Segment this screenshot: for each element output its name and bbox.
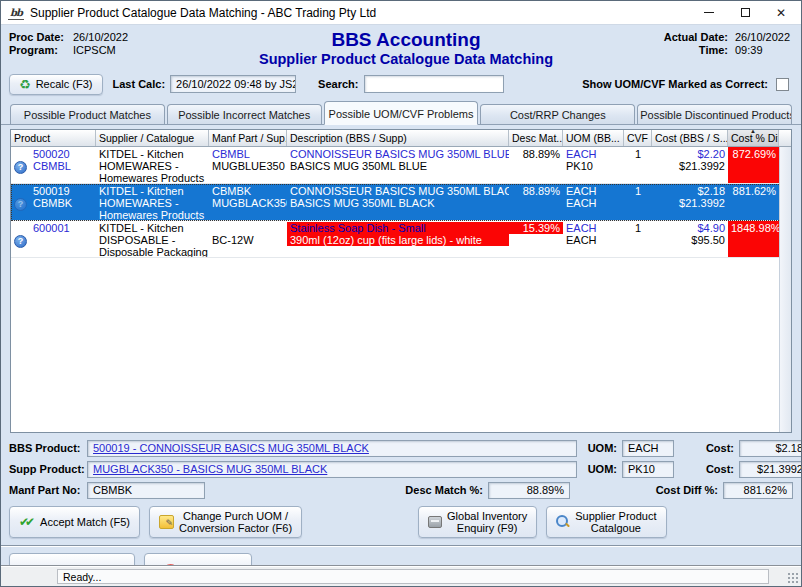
- maximize-icon: [741, 8, 750, 17]
- manf-part-label: Manf Part No:: [9, 484, 87, 496]
- app-logo-icon: bb: [8, 5, 24, 20]
- column-header-manf-part-sup[interactable]: Manf Part / Sup...: [209, 130, 287, 146]
- global-inventory-label-line2: Enquiry (F9): [457, 522, 518, 534]
- bbs-product-link[interactable]: 500019 - CONNOISSEUR BASICS MUG 350ML BL…: [93, 442, 369, 454]
- supplier-catalogue-label-line1: Supplier Product: [575, 510, 656, 522]
- status-bar: Ready...: [1, 565, 801, 586]
- double-check-icon: ✔✔: [19, 516, 31, 528]
- desc-match-label: Desc Match %:: [405, 484, 483, 496]
- change-purch-label-line2: Conversion Factor (F6): [179, 522, 292, 534]
- last-calc-label: Last Calc:: [113, 78, 166, 90]
- question-icon: ?: [14, 235, 27, 248]
- supp-product-label: Supp Product:: [9, 463, 87, 475]
- supplier-catalogue-button[interactable]: Supplier Product Catalgoue: [546, 506, 666, 538]
- search-input[interactable]: [364, 75, 504, 93]
- bbs-cost-label: Cost:: [674, 442, 734, 454]
- column-header-cvf[interactable]: CVF: [624, 130, 652, 146]
- tab-possible-uom-cvf-problems[interactable]: Possible UOM/CVF Problems: [324, 101, 479, 125]
- accept-match-button[interactable]: ✔✔ Accept Match (F5): [9, 506, 140, 538]
- show-uom-label: Show UOM/CVF Marked as Correct:: [582, 78, 768, 90]
- desc-match-field: 88.89%: [488, 482, 570, 499]
- app-window: bb Supplier Product Catalogue Data Match…: [0, 0, 802, 587]
- tab-possible-product-matches[interactable]: Possible Product Matches: [10, 104, 165, 124]
- global-inventory-label-line1: Global Inventory: [447, 510, 527, 522]
- edit-note-icon: ✎: [159, 515, 174, 529]
- window-close-button[interactable]: ✕: [763, 1, 799, 24]
- bbs-uom-label: UOM:: [577, 442, 617, 454]
- last-calc-field: 26/10/2022 09:48 by JS2: [170, 75, 296, 93]
- manf-part-field: CBMBK: [87, 482, 205, 499]
- accept-match-label: Accept Match (F5): [40, 516, 130, 528]
- info-header: Proc Date: 26/10/2022 Program: ICPSCM BB…: [1, 25, 801, 67]
- column-header-uom-bb[interactable]: UOM (BB...: [563, 130, 624, 146]
- column-header-desc-mat[interactable]: Desc Mat...: [509, 130, 563, 146]
- minimize-icon: [704, 12, 714, 13]
- tab-cost-rrp-changes[interactable]: Cost/RRP Changes: [480, 104, 635, 124]
- supp-uom-field: PK10: [622, 461, 674, 478]
- app-title: BBS Accounting: [224, 30, 588, 50]
- inventory-icon: [428, 516, 442, 528]
- supp-product-field: MUGBLACK350 - BASICS MUG 350ML BLACK: [87, 461, 577, 478]
- title-bar: bb Supplier Product Catalogue Data Match…: [1, 1, 801, 25]
- proc-date-value: 26/10/2022: [73, 31, 128, 43]
- program-value: ICPSCM: [73, 44, 116, 56]
- supp-cost-label: Cost:: [674, 463, 734, 475]
- table-row[interactable]: ?500020CBMBLKITDEL - KitchenHOMEWARES -H…: [11, 147, 791, 184]
- tab-possible-incorrect-matches[interactable]: Possible Incorrect Matches: [167, 104, 322, 124]
- bbs-product-label: BBS Product:: [9, 442, 87, 454]
- supplier-catalogue-label-line2: Catalgoue: [591, 522, 641, 534]
- status-message: Ready...: [57, 569, 769, 584]
- time-value: 09:39: [735, 44, 793, 56]
- minimize-button[interactable]: [691, 1, 727, 24]
- global-inventory-button[interactable]: Global Inventory Enquiry (F9): [418, 506, 537, 538]
- bbs-uom-field: EACH: [622, 440, 674, 457]
- tab-strip: Possible Product MatchesPossible Incorre…: [1, 101, 801, 125]
- supp-cost-field: $21.3992: [739, 461, 802, 478]
- actual-date-value: 26/10/2022: [735, 31, 793, 43]
- change-purch-uom-button[interactable]: ✎ Change Purch UOM / Conversion Factor (…: [149, 506, 302, 538]
- program-label: Program:: [9, 44, 73, 56]
- maximize-button[interactable]: [727, 1, 763, 24]
- cost-diff-label: Cost Diff %:: [570, 484, 718, 496]
- detail-panel: BBS Product: 500019 - CONNOISSEUR BASICS…: [9, 439, 793, 499]
- magnifier-icon: [556, 515, 570, 529]
- recalc-button-label: Recalc (F3): [36, 78, 93, 90]
- show-uom-checkbox[interactable]: [776, 78, 789, 91]
- vertical-scrollbar[interactable]: [779, 147, 791, 432]
- column-header-supplier-catalogue[interactable]: Supplier / Catalogue: [96, 130, 209, 146]
- actual-date-label: Actual Date:: [664, 31, 728, 43]
- recycle-icon: ♻: [19, 78, 31, 91]
- grid-header-row: ProductSupplier / CatalogueManf Part / S…: [11, 130, 791, 147]
- supp-product-link[interactable]: MUGBLACK350 - BASICS MUG 350ML BLACK: [93, 463, 327, 475]
- proc-date-label: Proc Date:: [9, 31, 73, 43]
- table-row[interactable]: ?600001KITDEL - KitchenDISPOSABLE -Dispo…: [11, 221, 791, 258]
- search-label: Search:: [318, 78, 358, 90]
- column-header-cost-bbs-s[interactable]: Cost (BBS / S...: [652, 130, 728, 146]
- recalc-button[interactable]: ♻ Recalc (F3): [9, 74, 103, 95]
- results-grid: ProductSupplier / CatalogueManf Part / S…: [10, 129, 792, 433]
- question-icon: ?: [14, 161, 27, 174]
- bbs-product-field: 500019 - CONNOISSEUR BASICS MUG 350ML BL…: [87, 440, 577, 457]
- column-header-cost-diff[interactable]: Cost % Diff▲: [728, 130, 779, 146]
- column-header-description-bbs-supp[interactable]: Description (BBS / Supp): [287, 130, 509, 146]
- supp-uom-label: UOM:: [577, 463, 617, 475]
- time-label: Time:: [699, 44, 728, 56]
- cost-diff-field: 881.62%: [723, 482, 793, 499]
- toolbar: ♻ Recalc (F3) Last Calc: 26/10/2022 09:4…: [1, 67, 801, 97]
- sort-asc-icon: ▲: [750, 130, 756, 134]
- page-title: Supplier Product Catalogue Data Matching: [224, 52, 588, 67]
- change-purch-label-line1: Change Purch UOM /: [183, 510, 288, 522]
- tab-possible-discontinued-products[interactable]: Possible Discontinued Products: [637, 104, 792, 124]
- question-icon: ?: [14, 198, 27, 211]
- bbs-cost-field: $2.18: [739, 440, 802, 457]
- window-title: Supplier Product Catalogue Data Matching…: [30, 6, 376, 20]
- column-header-product[interactable]: Product: [11, 130, 96, 146]
- resize-grip[interactable]: [787, 572, 799, 584]
- table-row[interactable]: ?500019CBMBKKITDEL - KitchenHOMEWARES -H…: [11, 184, 791, 221]
- action-buttons: ✔✔ Accept Match (F5) ✎ Change Purch UOM …: [1, 502, 801, 538]
